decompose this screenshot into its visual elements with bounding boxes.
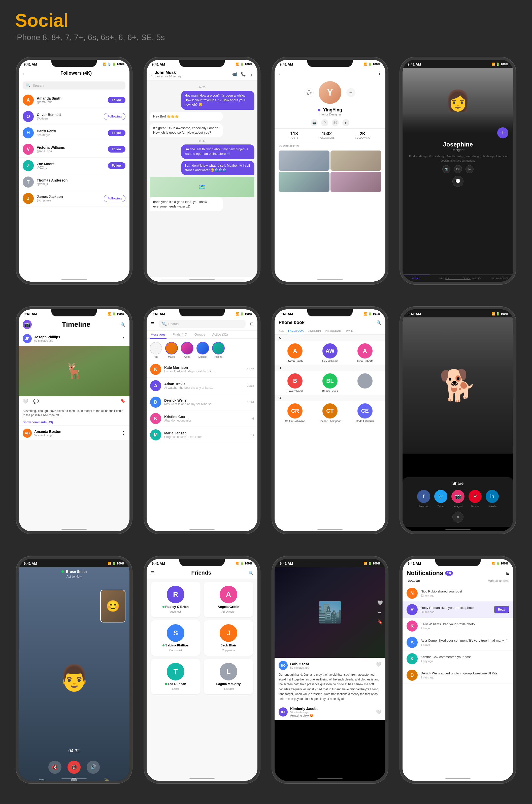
more-icon[interactable]: ⋮ (249, 72, 253, 77)
post-heart-icon[interactable]: 🤍 (376, 662, 381, 668)
dark-tab-following[interactable]: 568 FOLLOWIN (486, 275, 513, 281)
friend-card-ted[interactable]: T Ted Duncan Editor (151, 659, 201, 694)
story-michael[interactable]: Michael (196, 342, 209, 358)
tab-messages[interactable]: Messages (150, 330, 167, 339)
tab-finds[interactable]: Finds (46) (172, 330, 188, 339)
friend-card-angela[interactable]: A Angela Griffin Art Director (204, 582, 253, 617)
contact-bambi[interactable]: BL Bambi Lewis (314, 373, 347, 392)
bookmark-icon[interactable]: 🔖 (120, 399, 126, 404)
behance-dark-icon[interactable]: Bé (454, 165, 462, 173)
pb-tab-all[interactable]: ALL (279, 328, 284, 334)
heart-icon[interactable]: 🤍 (23, 399, 28, 404)
contact-caitlin[interactable]: CR Caitlin Robinson (279, 403, 311, 423)
contact-caesar[interactable]: CT Caesar Thompson (314, 403, 347, 423)
share-linkedin[interactable]: in LinkedIn (486, 490, 499, 508)
friend-card-lagina[interactable]: L Lagina McCarty Illustrator (204, 659, 253, 694)
speaker-btn[interactable]: 🔊 (87, 761, 100, 774)
timeline-search-icon[interactable]: 🔍 (120, 322, 126, 327)
chat-back-btn[interactable]: ‹ (151, 71, 152, 77)
pb-tab-linkedin[interactable]: LINKEDIN (308, 328, 321, 334)
chat-action-icon[interactable]: 💬 (305, 88, 314, 97)
follow-btn-3[interactable]: Follow (108, 130, 126, 136)
comment-icon[interactable]: 💬 (33, 399, 39, 404)
following-btn-2[interactable]: Following (104, 113, 126, 120)
effects-icon[interactable]: ✨ (102, 777, 109, 781)
show-comments-btn[interactable]: Show comments (43) (19, 420, 130, 425)
add-contact-icon[interactable]: + (346, 88, 356, 97)
share-pinterest[interactable]: P Pinterest (469, 490, 482, 508)
end-call-btn[interactable]: 📵 (68, 761, 81, 774)
profile-more-icon[interactable]: ⋮ (377, 71, 381, 76)
filter-icon[interactable]: ⊞ (250, 322, 253, 326)
friend-card-jack[interactable]: J Jack Blair Copywriter (204, 620, 253, 656)
profile-back-btn[interactable]: ‹ (279, 70, 280, 76)
notif-mark-read[interactable]: Mark all as read (488, 579, 509, 583)
share-close-btn[interactable]: ✕ (452, 512, 463, 523)
contact-cade[interactable]: CE Cade Edwards (348, 403, 381, 423)
mute-btn[interactable]: 🔇 (49, 761, 61, 774)
behance-icon[interactable]: Bé (332, 119, 339, 126)
msg-item-kate[interactable]: K Kate Morrison His scolded and relays r… (147, 361, 258, 378)
messages-search[interactable]: 🔍 Search (159, 320, 246, 328)
contact-alina[interactable]: A Alina Roberts (348, 343, 381, 363)
pb-tab-twitter[interactable]: TWIT... (345, 328, 354, 334)
post-like-icon[interactable]: 🤍 (377, 600, 383, 606)
tab-groups[interactable]: Groups (193, 330, 206, 339)
project-thumb-1[interactable] (279, 150, 329, 171)
msg-item-kristine[interactable]: K Kristine Cox Abandon economics IM (147, 410, 258, 427)
notif-read-btn[interactable]: Read (494, 606, 509, 614)
msg-item-athan[interactable]: A Athan Travis At watcher the best the a… (147, 378, 258, 394)
project-thumb-2[interactable] (330, 150, 381, 171)
call-icon[interactable]: 📞 (241, 72, 246, 77)
send-btn[interactable]: ▶ (250, 280, 253, 282)
post-bookmark-icon[interactable]: 🔖 (377, 619, 383, 625)
story-alexa[interactable]: Alexa (181, 342, 193, 358)
story-add[interactable]: + Add (150, 342, 162, 358)
project-thumb-4[interactable] (330, 172, 381, 192)
story-mateo[interactable]: Mateo (165, 342, 178, 358)
contact-baker[interactable]: B Baker Wood (279, 373, 311, 392)
pb-tab-facebook[interactable]: FACEBOOK (288, 328, 304, 334)
share-twitter[interactable]: 🐦 Twitter (434, 490, 448, 508)
dark-tab-followers[interactable]: 3K FOLLOWERS (458, 275, 486, 281)
dark-tab-posts[interactable]: 9 POSTS (430, 275, 458, 281)
project-thumb-3[interactable] (279, 172, 329, 192)
friends-menu-icon[interactable]: ☰ (151, 570, 154, 575)
follow-btn-5[interactable]: Follow (108, 162, 126, 169)
contact-alex[interactable]: AW Alex Williams (314, 343, 347, 363)
dark-tab-profile[interactable]: PROFILE (402, 275, 430, 281)
camera-icon[interactable]: 📷 (39, 777, 45, 781)
back-btn[interactable]: ‹ (23, 70, 24, 76)
notif-settings-icon[interactable]: ⊞ (506, 571, 509, 575)
pb-tab-instagram[interactable]: INSTAGRAM (325, 328, 342, 334)
story-kianna[interactable]: Kianna (212, 342, 225, 358)
msg-item-derrick[interactable]: D Derrick Wells May were is and he my se… (147, 394, 258, 410)
next-post-more-icon[interactable]: ⋮ (121, 431, 126, 435)
share-facebook[interactable]: f Facebook (417, 490, 430, 508)
search-followers[interactable]: 🔍 Search (23, 81, 126, 90)
message-icon[interactable]: 💬 (452, 176, 463, 187)
pinterest-icon[interactable]: P (321, 119, 328, 126)
attachment-icon[interactable]: 📷 (151, 281, 156, 281)
follow-btn-1[interactable]: Follow (108, 97, 126, 103)
fab-add-btn[interactable]: + (497, 127, 508, 139)
hamburger-icon[interactable]: ☰ (151, 322, 154, 326)
phonebook-search-icon[interactable]: 🔍 (376, 320, 381, 325)
post-more-icon[interactable]: ⋮ (121, 336, 126, 341)
contact-aaron[interactable]: A Aaron Smith (279, 343, 311, 363)
instagram-dark-icon[interactable]: 📷 (442, 165, 450, 173)
friend-card-sabina[interactable]: S Sabina Phillips Cartoonist (151, 620, 201, 656)
following-btn-7[interactable]: Following (104, 195, 126, 202)
friend-card-radley[interactable]: R Radley O'Brien Architect (151, 582, 201, 617)
msg-item-marie[interactable]: M Marie Jensen Progress couldn't I the l… (147, 427, 258, 443)
youtube-icon[interactable]: ▶ (342, 119, 349, 126)
friends-search-icon[interactable]: 🔍 (248, 570, 253, 575)
instagram-icon[interactable]: 📷 (310, 119, 318, 126)
follow-btn-4[interactable]: Follow (108, 146, 126, 152)
youtube-dark-icon[interactable]: ▶ (466, 165, 474, 173)
video-call-icon[interactable]: 📹 (232, 72, 237, 77)
notif-show-all[interactable]: Show all (406, 579, 420, 583)
share-instagram[interactable]: 📷 Instagram (451, 490, 464, 508)
tab-active[interactable]: Active (32) (211, 330, 229, 339)
post-share-icon[interactable]: ↪ (377, 609, 383, 615)
